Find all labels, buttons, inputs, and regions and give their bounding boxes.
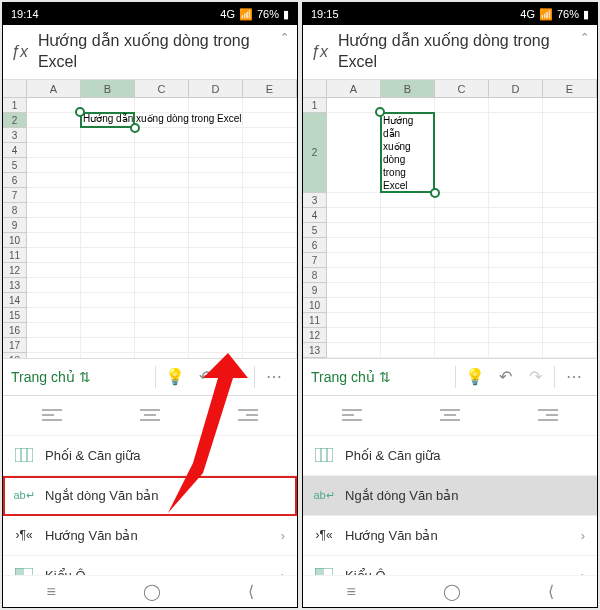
- cell[interactable]: [135, 128, 189, 143]
- undo-icon[interactable]: ↶: [490, 367, 520, 386]
- cell[interactable]: [543, 193, 597, 208]
- cell[interactable]: [135, 98, 189, 113]
- cell[interactable]: [489, 298, 543, 313]
- cell[interactable]: [81, 338, 135, 353]
- cell[interactable]: [543, 238, 597, 253]
- cell[interactable]: [135, 308, 189, 323]
- cell[interactable]: [243, 323, 297, 338]
- cell[interactable]: [435, 313, 489, 328]
- cell[interactable]: [135, 203, 189, 218]
- row-header[interactable]: 3: [3, 128, 27, 143]
- cell[interactable]: [243, 218, 297, 233]
- cell[interactable]: [543, 208, 597, 223]
- row-header[interactable]: 16: [3, 323, 27, 338]
- text-direction-button[interactable]: ›¶« Hướng Văn bản ›: [3, 516, 297, 556]
- cell[interactable]: [243, 278, 297, 293]
- cell[interactable]: [243, 338, 297, 353]
- cell[interactable]: [81, 233, 135, 248]
- row-header[interactable]: 2: [303, 113, 327, 193]
- cell[interactable]: [435, 298, 489, 313]
- row-header[interactable]: 13: [303, 343, 327, 358]
- cell[interactable]: [243, 188, 297, 203]
- cell[interactable]: [327, 208, 381, 223]
- cell[interactable]: [189, 323, 243, 338]
- align-left-button[interactable]: [3, 396, 101, 435]
- cell[interactable]: [381, 343, 435, 358]
- nav-recent-icon[interactable]: ≡: [346, 583, 355, 601]
- cell[interactable]: [135, 293, 189, 308]
- cell[interactable]: [381, 208, 435, 223]
- cell[interactable]: [189, 143, 243, 158]
- cell[interactable]: [489, 313, 543, 328]
- cell[interactable]: [189, 293, 243, 308]
- cell[interactable]: [243, 308, 297, 323]
- cell[interactable]: [327, 313, 381, 328]
- nav-back-icon[interactable]: ⟨: [548, 582, 554, 601]
- cell[interactable]: [381, 98, 435, 113]
- align-left-button[interactable]: [303, 396, 401, 435]
- cell[interactable]: [189, 128, 243, 143]
- cell[interactable]: [243, 158, 297, 173]
- cell[interactable]: [489, 283, 543, 298]
- cell[interactable]: [243, 233, 297, 248]
- align-center-button[interactable]: [101, 396, 199, 435]
- cell[interactable]: [243, 353, 297, 358]
- cell[interactable]: [27, 203, 81, 218]
- row-header[interactable]: 14: [3, 293, 27, 308]
- cell[interactable]: [189, 308, 243, 323]
- cell[interactable]: [243, 113, 297, 128]
- cell[interactable]: [243, 293, 297, 308]
- cell[interactable]: [489, 98, 543, 113]
- cell[interactable]: [327, 223, 381, 238]
- cell[interactable]: [381, 313, 435, 328]
- cell[interactable]: [27, 278, 81, 293]
- collapse-icon[interactable]: ⌃: [580, 31, 589, 44]
- row-header[interactable]: 12: [3, 263, 27, 278]
- cell[interactable]: [489, 268, 543, 283]
- cell[interactable]: [189, 353, 243, 358]
- redo-icon[interactable]: ↷: [220, 367, 250, 386]
- cell[interactable]: [189, 98, 243, 113]
- cell[interactable]: [81, 353, 135, 358]
- cell[interactable]: [489, 223, 543, 238]
- column-header[interactable]: E: [243, 80, 297, 98]
- cell[interactable]: [243, 263, 297, 278]
- nav-back-icon[interactable]: ⟨: [248, 582, 254, 601]
- spreadsheet[interactable]: ABCDE 12345678910111213 Hướngdẫnxuốngdòn…: [303, 80, 597, 358]
- cell[interactable]: [489, 328, 543, 343]
- row-header[interactable]: 2: [3, 113, 27, 128]
- row-header[interactable]: 10: [303, 298, 327, 313]
- row-header[interactable]: 18: [3, 353, 27, 358]
- cell[interactable]: [135, 338, 189, 353]
- cell[interactable]: [327, 253, 381, 268]
- cell[interactable]: [327, 98, 381, 113]
- cell[interactable]: [435, 223, 489, 238]
- formula-text[interactable]: Hướng dẫn xuống dòng trong Excel: [38, 31, 270, 73]
- cell[interactable]: [81, 158, 135, 173]
- text-direction-button[interactable]: ›¶« Hướng Văn bản ›: [303, 516, 597, 556]
- cell[interactable]: [435, 283, 489, 298]
- home-tab[interactable]: Trang chủ ⇅: [311, 369, 391, 385]
- row-header[interactable]: 6: [303, 238, 327, 253]
- more-icon[interactable]: ⋯: [259, 367, 289, 386]
- cell[interactable]: [135, 143, 189, 158]
- cell[interactable]: [27, 353, 81, 358]
- cell[interactable]: [81, 188, 135, 203]
- cell[interactable]: [81, 203, 135, 218]
- merge-center-button[interactable]: Phối & Căn giữa: [3, 436, 297, 476]
- cell[interactable]: [27, 98, 81, 113]
- cell[interactable]: [81, 143, 135, 158]
- cell[interactable]: [381, 238, 435, 253]
- cell[interactable]: [381, 223, 435, 238]
- cell[interactable]: [135, 158, 189, 173]
- cell[interactable]: [327, 238, 381, 253]
- cell[interactable]: [435, 268, 489, 283]
- nav-recent-icon[interactable]: ≡: [46, 583, 55, 601]
- cell[interactable]: [327, 113, 381, 193]
- cell[interactable]: [543, 223, 597, 238]
- cell[interactable]: [543, 343, 597, 358]
- column-header[interactable]: C: [135, 80, 189, 98]
- row-header[interactable]: 1: [303, 98, 327, 113]
- cell[interactable]: [135, 188, 189, 203]
- row-header[interactable]: 7: [303, 253, 327, 268]
